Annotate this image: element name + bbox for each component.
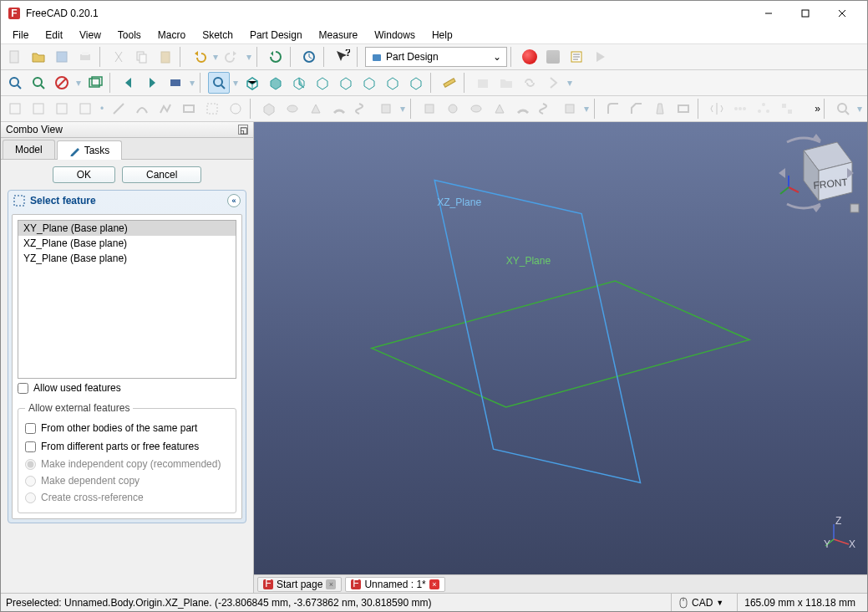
- undo-dropdown-icon[interactable]: ▾: [211, 46, 220, 68]
- view-rotate-left-icon[interactable]: [382, 72, 404, 94]
- new-file-icon[interactable]: [4, 46, 26, 68]
- save-icon[interactable]: [51, 46, 73, 68]
- redo-dropdown-icon[interactable]: ▾: [245, 46, 253, 68]
- measure-linear-icon[interactable]: [832, 98, 854, 120]
- whats-this-icon[interactable]: ?: [332, 46, 353, 68]
- bounding-box-icon[interactable]: [84, 72, 106, 94]
- loft-icon[interactable]: [305, 98, 327, 120]
- refresh-icon[interactable]: [265, 46, 287, 68]
- measure-icon[interactable]: [439, 72, 460, 94]
- view-rotate-right-icon[interactable]: [405, 72, 427, 94]
- sweep-icon[interactable]: [328, 98, 350, 120]
- feature-list[interactable]: XY_Plane (Base plane) XZ_Plane (Base pla…: [18, 220, 236, 379]
- thickness-icon[interactable]: [673, 98, 694, 120]
- edit-sketch-icon[interactable]: [28, 98, 49, 120]
- subtractive-box-icon[interactable]: [559, 98, 581, 120]
- measure-dropdown-icon[interactable]: ▾: [855, 98, 864, 120]
- tab-model[interactable]: Model: [3, 140, 55, 159]
- ok-button[interactable]: OK: [53, 166, 115, 183]
- view-3d[interactable]: XY_Plane XZ_Plane FRONT: [254, 122, 867, 574]
- close-button[interactable]: [824, 1, 860, 26]
- chamfer-icon[interactable]: [626, 98, 647, 120]
- menu-macro[interactable]: Macro: [150, 28, 194, 43]
- menu-windows[interactable]: Windows: [366, 28, 424, 43]
- sketch-line-icon[interactable]: [108, 98, 129, 120]
- mirror-icon[interactable]: [706, 98, 728, 120]
- sketch-polyline-icon[interactable]: [155, 98, 176, 120]
- close-tab-icon[interactable]: ×: [326, 579, 336, 589]
- link-nav-icon[interactable]: [165, 72, 186, 94]
- helix-icon[interactable]: [352, 98, 373, 120]
- draft-icon[interactable]: [649, 98, 671, 120]
- draw-style-dropdown-icon[interactable]: ▾: [74, 72, 83, 94]
- map-sketch-icon[interactable]: [51, 98, 73, 120]
- subtractive-dropdown-icon[interactable]: ▾: [582, 98, 591, 120]
- part-icon[interactable]: [472, 72, 494, 94]
- validate-sketch-icon[interactable]: [74, 98, 96, 120]
- fit-selection-icon[interactable]: [28, 72, 49, 94]
- paste-icon[interactable]: [155, 46, 176, 68]
- menu-part-design[interactable]: Part Design: [241, 28, 311, 43]
- revolution-icon[interactable]: [282, 98, 303, 120]
- feature-item-yz[interactable]: YZ_Plane (Base plane): [18, 251, 236, 266]
- pad-icon[interactable]: [258, 98, 280, 120]
- from-other-bodies-checkbox[interactable]: From other bodies of the same part: [25, 419, 229, 437]
- close-tab-icon[interactable]: ×: [429, 579, 439, 589]
- iso-dropdown-icon[interactable]: ▾: [231, 72, 240, 94]
- maximize-button[interactable]: [787, 1, 824, 26]
- polar-pattern-icon[interactable]: [753, 98, 774, 120]
- groove-icon[interactable]: [465, 98, 487, 120]
- tab-tasks[interactable]: Tasks: [57, 140, 123, 160]
- menu-measure[interactable]: Measure: [311, 28, 367, 43]
- dock-float-icon[interactable]: ◱: [238, 125, 248, 135]
- menu-tools[interactable]: Tools: [109, 28, 150, 43]
- link-actions-icon[interactable]: [542, 72, 564, 94]
- view-right-icon[interactable]: [288, 72, 310, 94]
- allow-used-checkbox[interactable]: Allow used features: [18, 379, 236, 397]
- isometric-view-icon[interactable]: [208, 72, 230, 94]
- macro-record-icon[interactable]: [519, 46, 541, 68]
- menu-help[interactable]: Help: [424, 28, 461, 43]
- additive-dropdown-icon[interactable]: ▾: [398, 98, 407, 120]
- draw-style-icon[interactable]: [51, 72, 73, 94]
- additive-box-icon[interactable]: [375, 98, 397, 120]
- external-geom-icon[interactable]: [225, 98, 246, 120]
- copy-icon[interactable]: [131, 46, 153, 68]
- menu-edit[interactable]: Edit: [37, 28, 71, 43]
- undo-icon[interactable]: [188, 46, 210, 68]
- recompute-icon[interactable]: [298, 46, 320, 68]
- hole-icon[interactable]: [442, 98, 464, 120]
- subtractive-helix-icon[interactable]: [536, 98, 557, 120]
- redo-icon[interactable]: [221, 46, 243, 68]
- macro-play-icon[interactable]: [589, 46, 611, 68]
- sketch-arc-icon[interactable]: [131, 98, 153, 120]
- menu-view[interactable]: View: [71, 28, 109, 43]
- print-icon[interactable]: [74, 46, 96, 68]
- link-actions-dropdown-icon[interactable]: ▾: [566, 72, 574, 94]
- macro-stop-icon[interactable]: [542, 46, 564, 68]
- view-top-icon[interactable]: [265, 72, 287, 94]
- sketch-geom-dot-icon[interactable]: •: [98, 98, 106, 120]
- view-left-icon[interactable]: [358, 72, 380, 94]
- navigation-cube[interactable]: FRONT: [770, 127, 862, 219]
- doc-tab-unnamed[interactable]: F Unnamed : 1* ×: [345, 577, 444, 592]
- cancel-button[interactable]: Cancel: [122, 166, 201, 183]
- subtractive-loft-icon[interactable]: [489, 98, 510, 120]
- link-icon[interactable]: [519, 72, 541, 94]
- view-rear-icon[interactable]: [312, 72, 333, 94]
- sketch-icon[interactable]: [4, 98, 26, 120]
- group-icon[interactable]: [495, 72, 517, 94]
- workbench-selector[interactable]: Part Design ⌄: [365, 47, 507, 67]
- fillet-icon[interactable]: [602, 98, 624, 120]
- fit-all-icon[interactable]: [4, 72, 26, 94]
- multitransform-icon[interactable]: [776, 98, 798, 120]
- toolbar-overflow-icon[interactable]: »: [815, 103, 820, 115]
- toggle-construction-icon[interactable]: [201, 98, 223, 120]
- nav-right-icon[interactable]: [141, 72, 163, 94]
- open-file-icon[interactable]: [28, 46, 49, 68]
- cut-icon[interactable]: [108, 46, 129, 68]
- doc-tab-start[interactable]: F Start page ×: [257, 577, 342, 592]
- sketch-rect-icon[interactable]: [178, 98, 200, 120]
- link-nav-dropdown-icon[interactable]: ▾: [188, 72, 196, 94]
- feature-item-xz[interactable]: XZ_Plane (Base plane): [18, 236, 236, 251]
